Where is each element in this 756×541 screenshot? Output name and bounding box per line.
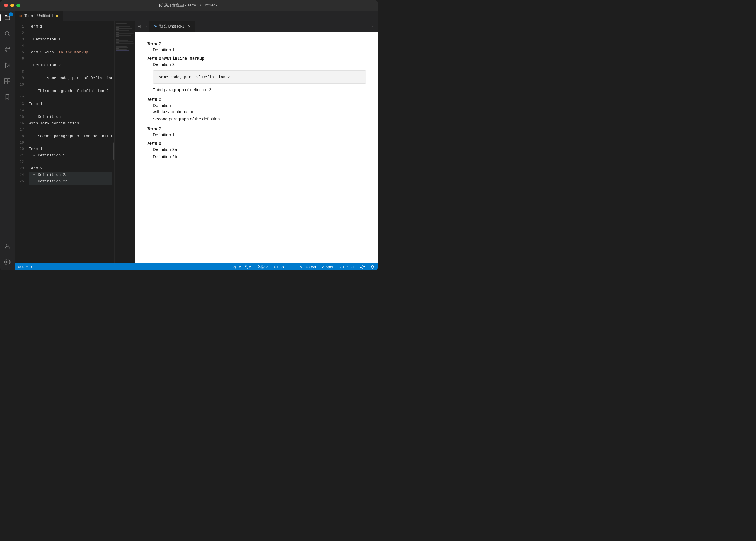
sidebar-item-search[interactable] — [2, 29, 12, 39]
error-count: 0 — [22, 265, 24, 269]
traffic-lights — [4, 4, 20, 7]
editor-split: 12345 678910 1112131415 1617181920 21222… — [15, 21, 378, 264]
preview-term-2: Term 2 with inline markup — [147, 56, 366, 61]
preview-def-3a: Definition — [153, 103, 366, 108]
code-line-17 — [29, 127, 112, 133]
preview-tab-icon: 👁 — [154, 25, 157, 28]
error-icon: ⊗ — [18, 265, 21, 269]
preview-section-3: Term 1 Definition with lazy continuation… — [147, 97, 366, 121]
preview-section-2: Term 2 with inline markup Definition 2 s… — [147, 56, 366, 92]
status-position[interactable]: 行 25，列 5 — [232, 264, 252, 270]
code-line-14 — [29, 107, 112, 114]
tab-dirty-indicator — [56, 15, 58, 17]
code-line-11: Third paragraph of definition 2. — [29, 88, 112, 94]
code-line-13: Term 1 — [29, 101, 112, 107]
svg-rect-7 — [5, 79, 7, 81]
preview-def-5a: Definition 2a — [153, 147, 366, 152]
status-language[interactable]: Markdown — [299, 264, 317, 270]
code-editor[interactable]: 12345 678910 1112131415 1617181920 21222… — [15, 21, 114, 264]
code-line-16: with lazy continuation. — [29, 120, 112, 127]
svg-point-11 — [6, 244, 8, 246]
code-line-3: : Definition 1 — [29, 36, 112, 43]
files-badge: 1 — [9, 12, 13, 16]
preview-content[interactable]: Term 1 Definition 1 Term 2 with inline m… — [135, 32, 378, 264]
code-line-12 — [29, 94, 112, 101]
preview-term-4: Term 1 — [147, 126, 366, 131]
svg-point-0 — [5, 32, 9, 35]
code-content: 12345 678910 1112131415 1617181920 21222… — [15, 21, 114, 264]
more-icon[interactable]: ··· — [143, 24, 147, 29]
tab-label: Term 1 Untitled-1 — [24, 13, 53, 18]
sidebar-item-source-control[interactable] — [2, 45, 12, 55]
code-line-21: ~ Definition 1 — [29, 152, 112, 159]
warning-count: 0 — [30, 265, 32, 269]
main-layout: 1 — [0, 11, 378, 270]
preview-toolbar-left: ⊟ ··· — [138, 24, 147, 29]
preview-code-block: some code, part of Definition 2 — [153, 70, 366, 84]
maximize-button[interactable] — [16, 4, 20, 7]
preview-toolbar-right: ··· — [372, 24, 376, 29]
code-line-5: Term 2 with `inline markup` — [29, 49, 112, 56]
window-title: [扩展开发宿主] - Term 1 • Untitled-1 — [159, 3, 219, 8]
status-errors[interactable]: ⊗ 0 ⚠ 0 — [17, 264, 33, 270]
code-line-22 — [29, 159, 112, 165]
split-icon[interactable]: ⊟ — [138, 24, 141, 29]
status-spaces[interactable]: 空格: 2 — [256, 264, 269, 270]
minimize-button[interactable] — [10, 4, 14, 7]
status-bar: ⊗ 0 ⚠ 0 行 25，列 5 空格: 2 UTF-8 LF Markdown… — [15, 264, 378, 270]
editor-tabs: M Term 1 Untitled-1 — [15, 11, 378, 21]
status-prettier[interactable]: ✓ Prettier — [338, 264, 356, 270]
titlebar: [扩展开发宿主] - Term 1 • Untitled-1 — [0, 0, 378, 11]
code-line-25: ~ Definition 2b — [29, 178, 112, 185]
warning-icon: ⚠ — [26, 265, 29, 269]
scrollbar-thumb[interactable] — [113, 143, 114, 160]
preview-section-1: Term 1 Definition 1 — [147, 41, 366, 52]
preview-tab-close[interactable]: ✕ — [188, 25, 190, 28]
svg-rect-10 — [8, 82, 10, 84]
sidebar-item-extensions[interactable] — [2, 76, 12, 86]
preview-def-4: Definition 1 — [153, 132, 366, 137]
code-line-8 — [29, 69, 112, 75]
svg-marker-5 — [6, 63, 9, 68]
code-line-19 — [29, 140, 112, 146]
svg-point-12 — [6, 261, 8, 263]
svg-rect-9 — [5, 82, 7, 84]
close-button[interactable] — [4, 4, 8, 7]
account-icon[interactable] — [2, 241, 12, 251]
svg-rect-8 — [8, 79, 10, 81]
minimap-inner — [115, 21, 135, 55]
minimap — [114, 21, 135, 264]
tab-term1-untitled[interactable]: M Term 1 Untitled-1 — [15, 11, 63, 21]
code-lines: Term 1 : Definition 1 Term 2 with `inlin… — [26, 21, 112, 264]
status-encoding[interactable]: UTF-8 — [273, 264, 285, 270]
code-line-15: : Definition — [29, 114, 112, 120]
sidebar-item-bookmarks[interactable] — [2, 92, 12, 102]
status-line-ending[interactable]: LF — [289, 264, 295, 270]
code-line-24: ~ Definition 2a — [29, 172, 112, 178]
code-line-1: Term 1 — [29, 23, 112, 30]
status-sync-icon[interactable] — [359, 264, 366, 270]
code-line-18: Second paragraph of the definition. — [29, 133, 112, 140]
status-spell[interactable]: ✓ Spell — [321, 264, 335, 270]
settings-icon[interactable] — [2, 257, 12, 267]
sidebar-item-files[interactable]: 1 — [2, 13, 12, 23]
code-line-20: Term 1 — [29, 146, 112, 152]
tab-icon: M — [19, 14, 22, 18]
tab-preview[interactable]: 👁 预览 Untitled-1 ✕ — [149, 21, 195, 32]
preview-section-4: Term 1 Definition 1 — [147, 126, 366, 137]
preview-tabs: ⊟ ··· 👁 预览 Untitled-1 ✕ ··· — [135, 21, 378, 32]
svg-point-2 — [5, 47, 7, 49]
preview-def-2: Definition 2 — [153, 62, 366, 67]
preview-term-1: Term 1 — [147, 41, 366, 46]
code-line-10 — [29, 82, 112, 88]
code-line-23: Term 2 — [29, 165, 112, 172]
more-actions-icon[interactable]: ··· — [372, 24, 376, 29]
preview-paragraph-3: Second paragraph of the definition. — [153, 116, 366, 121]
preview-paragraph-2: Third paragraph of definition 2. — [153, 87, 366, 92]
preview-def-3b: with lazy continuation. — [153, 109, 366, 114]
preview-def-1: Definition 1 — [153, 47, 366, 52]
sidebar-item-run[interactable] — [2, 60, 12, 70]
activity-bar-bottom — [2, 241, 12, 270]
editor-scrollbar[interactable] — [112, 21, 114, 264]
status-notification-icon[interactable] — [369, 264, 376, 270]
